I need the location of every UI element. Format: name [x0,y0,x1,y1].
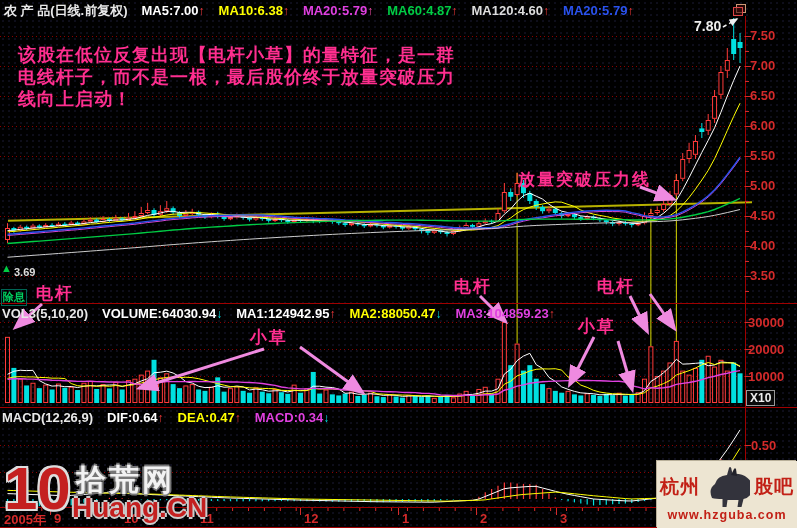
indicator-title: VOL3(5,10,20) [2,306,88,321]
price-indicator-header: 农 产 品(日线.前复权)MA5:7.00↑MA10:6.38↑MA20:5.7… [4,2,647,20]
restore-window-icon-front [733,7,743,16]
up-arrow-icon: ↑ [329,307,335,321]
volume-unit-label: X10 [746,390,775,406]
analysis-note-line3: 线向上启动！ [18,88,455,110]
indicator-item: MA3:104859.23↑ [455,306,554,321]
volume-axis-label: 10000 [748,369,784,384]
breakout-label: 放量突破压力线 [518,168,651,191]
low-price-label: 3.69 [14,266,35,278]
down-arrow-icon: ↓ [323,411,329,425]
down-arrow-icon: ↓ [435,307,441,321]
grass-label-1: 小草 [250,326,288,349]
indicator-item: DEA:0.47↑ [178,410,241,425]
hzguba-brand-right: 股吧 [754,474,794,500]
peak-price-label: 7.80 [694,18,721,34]
price-axis-label: 5.00 [750,178,775,193]
up-arrow-icon: ↑ [235,411,241,425]
grass-label-2: 小草 [578,315,616,338]
ex-rights-triangle-icon: ▲ [1,262,12,274]
price-axis-label: 4.00 [750,238,775,253]
up-arrow-icon: ↑ [199,4,205,18]
price-axis-label: 4.50 [750,208,775,223]
indicator-item: MA10:6.38↑ [219,3,289,18]
up-arrow-icon: ↑ [452,4,458,18]
stock-chart-app: 农 产 品(日线.前复权)MA5:7.00↑MA10:6.38↑MA20:5.7… [0,0,797,528]
indicator-item: MA20:5.79↑ [303,3,373,18]
up-arrow-icon: ↑ [283,4,289,18]
indicator-title: MACD(12,26,9) [2,410,93,425]
rhino-icon [704,466,750,508]
up-arrow-icon: ↑ [549,307,555,321]
macd-indicator-header: MACD(12,26,9)DIF:0.64↑DEA:0.47↑MACD:0.34… [2,410,343,425]
pole-label-3: 电杆 [597,275,635,298]
restore-window-icon[interactable] [733,4,746,15]
indicator-item: MA1:124942.95↑ [236,306,335,321]
up-arrow-icon: ↑ [543,4,549,18]
analysis-note-line2: 电线杆子，而不是一根，最后股价终于放量突破压力 [18,66,455,88]
price-axis-label: 3.50 [750,268,775,283]
price-axis-label: 7.00 [750,58,775,73]
time-axis-label: 12 [304,511,318,526]
up-arrow-icon: ↑ [627,4,633,18]
analysis-note-line1: 该股在低位反复出现【电杆小草】的量特征，是一群 [18,44,455,66]
indicator-item: MA20:5.79↑ [563,3,633,18]
up-arrow-icon: ↑ [158,411,164,425]
price-axis-label: 6.00 [750,118,775,133]
indicator-item: MACD:0.34↓ [255,410,330,425]
indicator-item: MA120:4.60↑ [472,3,550,18]
indicator-item: VOLUME:64030.94↓ [102,306,222,321]
hzguba-brand-left: 杭州 [660,474,700,500]
macd-axis-label: 0.50 [751,438,776,453]
indicator-item: MA60:4.87↑ [387,3,457,18]
volume-indicator-header: VOL3(5,10,20)VOLUME:64030.94↓MA1:124942.… [2,306,569,321]
indicator-item: MA2:88050.47↓ [349,306,441,321]
volume-axis-label: 20000 [748,342,784,357]
pole-label-2: 电杆 [454,275,492,298]
down-arrow-icon: ↓ [216,307,222,321]
time-axis-label: 2 [480,511,487,526]
indicator-title: 农 产 品(日线.前复权) [4,3,128,18]
hzguba-url: www.hzguba.com [657,508,797,522]
volume-axis-label: 30000 [748,315,784,330]
shihuang-number: 10 [4,454,71,523]
price-axis-label: 6.50 [750,88,775,103]
analysis-note: 该股在低位反复出现【电杆小草】的量特征，是一群 电线杆子，而不是一根，最后股价终… [18,44,455,110]
ex-rights-marker: 除息 [1,289,27,306]
price-axis-label: 7.50 [750,28,775,43]
hzguba-watermark: 杭州 股吧 www.hzguba.com [657,461,797,528]
shihuang-domain: Huang.CN [72,492,207,524]
indicator-item: DIF:0.64↑ [107,410,164,425]
pole-label-1: 电杆 [36,282,74,305]
price-axis-label: 5.50 [750,148,775,163]
time-axis-label: 1 [402,511,409,526]
time-axis-label: 3 [560,511,567,526]
indicator-item: MA5:7.00↑ [142,3,205,18]
up-arrow-icon: ↑ [367,4,373,18]
